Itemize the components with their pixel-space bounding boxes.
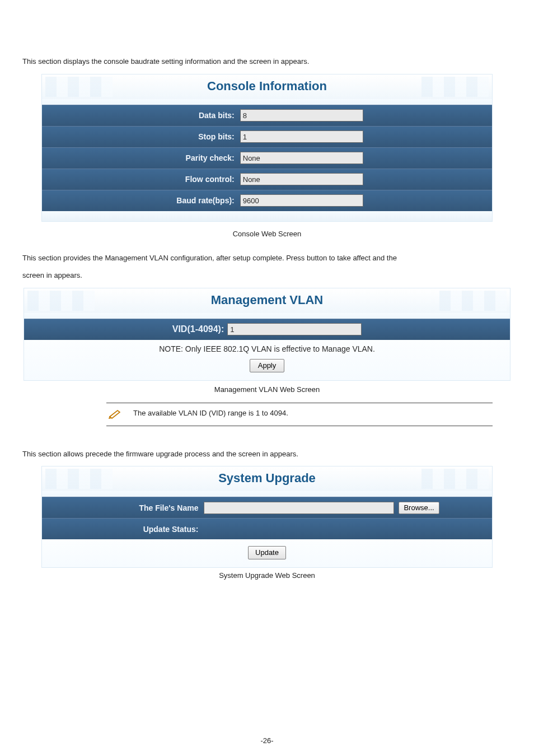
row-file: The File's Name Browse... [42,497,492,518]
label-parity: Parity check: [42,153,240,162]
row-flow: Flow control: [42,169,492,190]
spacer [42,491,492,497]
sys-intro-post: appears. [270,450,298,458]
sys-intro: This section allows precede the firmware… [22,449,512,460]
panel-tail [42,211,492,221]
mgmt-intro: This section provides the Management VLA… [22,253,512,264]
sys-intro-pre: This section allows precede the firmware… [22,450,270,458]
row-data-bits: Data bits: [42,105,492,126]
tip-text: The available VLAN ID (VID) range is 1 t… [133,409,288,417]
input-flow[interactable] [240,173,363,185]
row-status: Update Status: [42,518,492,539]
mgmt-intro2-pre: screen in [22,271,54,279]
console-intro: This section displays the console baudra… [22,56,512,67]
sys-update-area: Update [42,539,492,567]
mgmt-caption: Management VLAN Web Screen [22,385,512,394]
spacer [24,313,510,319]
label-flow: Flow control: [42,175,240,184]
label-status: Update Status: [42,525,204,534]
input-baud[interactable] [240,194,363,207]
console-title: Console Information [42,74,492,99]
mgmt-title: Management VLAN [24,288,510,313]
sys-caption: System Upgrade Web Screen [22,571,512,580]
input-data-bits[interactable] [240,109,363,122]
mgmt-intro2-post: appears. [54,271,82,279]
input-file[interactable] [204,502,394,514]
mgmt-intro-2: screen in appears. [22,270,512,281]
console-intro-pre: This section displays the console baudra… [22,57,281,66]
label-data-bits: Data bits: [42,111,240,120]
label-baud: Baud rate(bps): [42,196,240,205]
console-intro-post: appears. [281,57,310,66]
label-stop-bits: Stop bits: [42,132,240,141]
update-button[interactable]: Update [248,546,286,559]
label-file: The File's Name [42,503,204,512]
input-stop-bits[interactable] [240,130,363,143]
apply-button[interactable]: Apply [250,359,284,372]
row-vid: VID(1-4094): [24,319,510,340]
tip-box: The available VLAN ID (VID) range is 1 t… [106,403,493,426]
console-caption: Console Web Screen [22,230,512,238]
mgmt-note: NOTE: Only IEEE 802.1Q VLAN is effective… [24,344,510,353]
sys-panel: System Upgrade The File's Name Browse...… [41,466,493,568]
pencil-icon [109,409,121,419]
browse-button[interactable]: Browse... [399,502,439,514]
page-number: -26- [0,736,534,745]
mgmt-intro-pre: This section provides the Management VLA… [22,254,307,262]
mgmt-panel: Management VLAN VID(1-4094): NOTE: Only … [24,288,510,381]
spacer [42,99,492,105]
row-baud: Baud rate(bps): [42,190,492,211]
console-panel: Console Information Data bits: Stop bits… [41,74,493,222]
row-parity: Parity check: [42,147,492,169]
input-vid[interactable] [227,323,362,335]
mgmt-note-area: NOTE: Only IEEE 802.1Q VLAN is effective… [24,340,510,380]
sys-title: System Upgrade [42,466,492,491]
mgmt-intro-mid: button to take affect and the [307,254,397,262]
row-stop-bits: Stop bits: [42,126,492,147]
input-parity[interactable] [240,152,363,164]
label-vid: VID(1-4094): [172,324,227,334]
